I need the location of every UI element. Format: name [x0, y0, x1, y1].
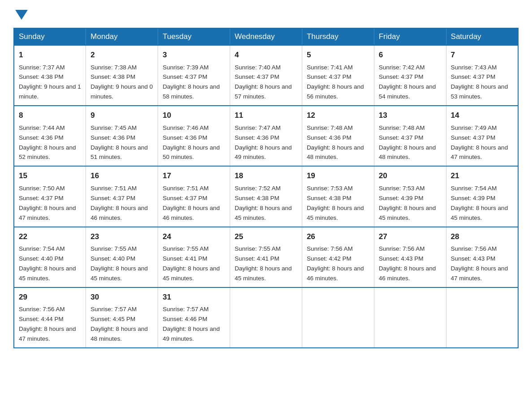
- day-cell-24: 24 Sunrise: 7:55 AMSunset: 4:41 PMDaylig…: [158, 227, 230, 287]
- day-cell-13: 13 Sunrise: 7:48 AMSunset: 4:37 PMDaylig…: [374, 106, 446, 166]
- day-cell-31: 31 Sunrise: 7:57 AMSunset: 4:46 PMDaylig…: [158, 287, 230, 348]
- day-info: Sunrise: 7:57 AMSunset: 4:45 PMDaylight:…: [90, 306, 148, 342]
- day-cell-4: 4 Sunrise: 7:40 AMSunset: 4:37 PMDayligh…: [230, 45, 302, 106]
- day-info: Sunrise: 7:56 AMSunset: 4:43 PMDaylight:…: [379, 245, 436, 282]
- day-cell-16: 16 Sunrise: 7:51 AMSunset: 4:37 PMDaylig…: [86, 166, 158, 227]
- day-info: Sunrise: 7:51 AMSunset: 4:37 PMDaylight:…: [90, 185, 148, 221]
- day-cell-15: 15 Sunrise: 7:50 AMSunset: 4:37 PMDaylig…: [14, 166, 86, 227]
- day-number: 1: [19, 49, 81, 61]
- day-cell-20: 20 Sunrise: 7:53 AMSunset: 4:39 PMDaylig…: [374, 166, 446, 227]
- day-number: 20: [379, 170, 442, 182]
- day-number: 31: [163, 291, 225, 303]
- day-info: Sunrise: 7:47 AMSunset: 4:36 PMDaylight:…: [235, 124, 292, 161]
- day-number: 10: [163, 110, 225, 121]
- page-header: [13, 9, 519, 20]
- day-number: 24: [163, 231, 225, 243]
- day-info: Sunrise: 7:42 AMSunset: 4:37 PMDaylight:…: [379, 64, 436, 100]
- column-header-thursday: Thursday: [302, 28, 374, 45]
- day-cell-17: 17 Sunrise: 7:51 AMSunset: 4:37 PMDaylig…: [158, 166, 230, 227]
- day-info: Sunrise: 7:53 AMSunset: 4:39 PMDaylight:…: [379, 185, 436, 221]
- day-info: Sunrise: 7:40 AMSunset: 4:37 PMDaylight:…: [235, 64, 292, 100]
- logo-triangle-icon: [15, 10, 28, 20]
- day-number: 6: [379, 49, 442, 61]
- day-number: 16: [90, 170, 153, 182]
- day-info: Sunrise: 7:57 AMSunset: 4:46 PMDaylight:…: [163, 306, 220, 342]
- day-info: Sunrise: 7:39 AMSunset: 4:37 PMDaylight:…: [163, 64, 220, 100]
- day-cell-23: 23 Sunrise: 7:55 AMSunset: 4:40 PMDaylig…: [86, 227, 158, 287]
- day-info: Sunrise: 7:56 AMSunset: 4:44 PMDaylight:…: [19, 306, 76, 342]
- day-cell-22: 22 Sunrise: 7:54 AMSunset: 4:40 PMDaylig…: [14, 227, 86, 287]
- week-row-4: 22 Sunrise: 7:54 AMSunset: 4:40 PMDaylig…: [14, 227, 518, 287]
- day-info: Sunrise: 7:56 AMSunset: 4:42 PMDaylight:…: [307, 245, 364, 282]
- day-number: 15: [19, 170, 81, 182]
- day-number: 5: [307, 49, 369, 61]
- day-number: 14: [451, 110, 513, 121]
- week-row-5: 29 Sunrise: 7:56 AMSunset: 4:44 PMDaylig…: [14, 287, 518, 348]
- week-row-2: 8 Sunrise: 7:44 AMSunset: 4:36 PMDayligh…: [14, 106, 518, 166]
- day-cell-8: 8 Sunrise: 7:44 AMSunset: 4:36 PMDayligh…: [14, 106, 86, 166]
- day-number: 19: [307, 170, 369, 182]
- day-cell-3: 3 Sunrise: 7:39 AMSunset: 4:37 PMDayligh…: [158, 45, 230, 106]
- day-number: 21: [451, 170, 513, 182]
- day-cell-7: 7 Sunrise: 7:43 AMSunset: 4:37 PMDayligh…: [446, 45, 518, 106]
- column-header-monday: Monday: [86, 28, 158, 45]
- day-cell-28: 28 Sunrise: 7:56 AMSunset: 4:43 PMDaylig…: [446, 227, 518, 287]
- day-number: 26: [307, 231, 369, 243]
- day-number: 4: [235, 49, 297, 61]
- day-cell-6: 6 Sunrise: 7:42 AMSunset: 4:37 PMDayligh…: [374, 45, 446, 106]
- day-cell-12: 12 Sunrise: 7:48 AMSunset: 4:36 PMDaylig…: [302, 106, 374, 166]
- day-number: 8: [19, 110, 81, 121]
- logo: [13, 9, 28, 20]
- column-header-tuesday: Tuesday: [158, 28, 230, 45]
- day-info: Sunrise: 7:55 AMSunset: 4:41 PMDaylight:…: [235, 245, 292, 282]
- day-number: 9: [90, 110, 153, 121]
- day-cell-29: 29 Sunrise: 7:56 AMSunset: 4:44 PMDaylig…: [14, 287, 86, 348]
- day-number: 3: [163, 49, 225, 61]
- day-info: Sunrise: 7:51 AMSunset: 4:37 PMDaylight:…: [163, 185, 220, 221]
- day-info: Sunrise: 7:48 AMSunset: 4:37 PMDaylight:…: [379, 124, 436, 161]
- day-cell-19: 19 Sunrise: 7:53 AMSunset: 4:38 PMDaylig…: [302, 166, 374, 227]
- calendar-header-row: SundayMondayTuesdayWednesdayThursdayFrid…: [14, 28, 518, 45]
- column-header-saturday: Saturday: [446, 28, 518, 45]
- week-row-1: 1 Sunrise: 7:37 AMSunset: 4:38 PMDayligh…: [14, 45, 518, 106]
- day-cell-2: 2 Sunrise: 7:38 AMSunset: 4:38 PMDayligh…: [86, 45, 158, 106]
- calendar-table: SundayMondayTuesdayWednesdayThursdayFrid…: [13, 28, 519, 348]
- day-cell-9: 9 Sunrise: 7:45 AMSunset: 4:36 PMDayligh…: [86, 106, 158, 166]
- day-info: Sunrise: 7:45 AMSunset: 4:36 PMDaylight:…: [90, 124, 148, 161]
- day-cell-5: 5 Sunrise: 7:41 AMSunset: 4:37 PMDayligh…: [302, 45, 374, 106]
- day-cell-11: 11 Sunrise: 7:47 AMSunset: 4:36 PMDaylig…: [230, 106, 302, 166]
- day-cell-1: 1 Sunrise: 7:37 AMSunset: 4:38 PMDayligh…: [14, 45, 86, 106]
- day-number: 23: [90, 231, 153, 243]
- day-cell-27: 27 Sunrise: 7:56 AMSunset: 4:43 PMDaylig…: [374, 227, 446, 287]
- empty-cell: [446, 287, 518, 348]
- day-info: Sunrise: 7:52 AMSunset: 4:38 PMDaylight:…: [235, 185, 292, 221]
- day-number: 29: [19, 291, 81, 303]
- day-info: Sunrise: 7:49 AMSunset: 4:37 PMDaylight:…: [451, 124, 508, 161]
- day-info: Sunrise: 7:48 AMSunset: 4:36 PMDaylight:…: [307, 124, 364, 161]
- day-cell-30: 30 Sunrise: 7:57 AMSunset: 4:45 PMDaylig…: [86, 287, 158, 348]
- day-number: 13: [379, 110, 442, 121]
- column-header-sunday: Sunday: [14, 28, 86, 45]
- day-info: Sunrise: 7:41 AMSunset: 4:37 PMDaylight:…: [307, 64, 364, 100]
- day-number: 2: [90, 49, 153, 61]
- day-info: Sunrise: 7:43 AMSunset: 4:37 PMDaylight:…: [451, 64, 508, 100]
- day-number: 11: [235, 110, 297, 121]
- day-info: Sunrise: 7:55 AMSunset: 4:41 PMDaylight:…: [163, 245, 220, 282]
- column-header-wednesday: Wednesday: [230, 28, 302, 45]
- day-number: 7: [451, 49, 513, 61]
- day-number: 30: [90, 291, 153, 303]
- day-cell-14: 14 Sunrise: 7:49 AMSunset: 4:37 PMDaylig…: [446, 106, 518, 166]
- day-number: 22: [19, 231, 81, 243]
- column-header-friday: Friday: [374, 28, 446, 45]
- day-cell-26: 26 Sunrise: 7:56 AMSunset: 4:42 PMDaylig…: [302, 227, 374, 287]
- day-number: 27: [379, 231, 442, 243]
- day-info: Sunrise: 7:56 AMSunset: 4:43 PMDaylight:…: [451, 245, 508, 282]
- day-number: 17: [163, 170, 225, 182]
- day-info: Sunrise: 7:37 AMSunset: 4:38 PMDaylight:…: [19, 64, 81, 100]
- day-info: Sunrise: 7:55 AMSunset: 4:40 PMDaylight:…: [90, 245, 148, 282]
- day-cell-10: 10 Sunrise: 7:46 AMSunset: 4:36 PMDaylig…: [158, 106, 230, 166]
- day-number: 28: [451, 231, 513, 243]
- empty-cell: [302, 287, 374, 348]
- day-info: Sunrise: 7:53 AMSunset: 4:38 PMDaylight:…: [307, 185, 364, 221]
- day-cell-18: 18 Sunrise: 7:52 AMSunset: 4:38 PMDaylig…: [230, 166, 302, 227]
